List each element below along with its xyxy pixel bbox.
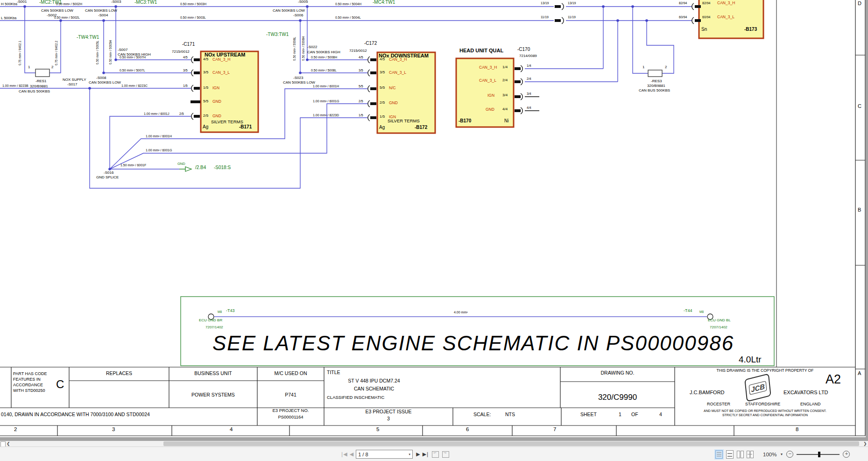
connector-arc-icon bbox=[191, 57, 193, 63]
zoom-slider-handle[interactable] bbox=[818, 452, 820, 457]
schematic-label: 1.00 mm² / 6001G bbox=[146, 149, 172, 152]
connector-stub-icon bbox=[194, 71, 200, 74]
zoom-level-display: 100% bbox=[763, 452, 776, 457]
schematic-label: 4 bbox=[659, 412, 662, 417]
schematic-label: 1.00 mm² / 6001G bbox=[313, 99, 339, 103]
schematic-label: 82/94 bbox=[702, 1, 711, 5]
schematic-label: GND bbox=[177, 162, 185, 166]
resistor-res1 bbox=[35, 69, 49, 77]
next-view-button[interactable]: ↪ bbox=[442, 451, 449, 458]
schematic-label: 60/94 bbox=[679, 15, 687, 19]
schematic-label: 3/5 bbox=[359, 69, 363, 72]
schematic-label: 7207/1402 bbox=[710, 326, 727, 329]
schematic-label: -B173 bbox=[744, 27, 757, 32]
zoom-slider[interactable] bbox=[797, 451, 840, 458]
schematic-label: 0.75 mm² / 8402.1 bbox=[19, 41, 22, 65]
last-page-button[interactable]: ▶❘ bbox=[423, 451, 429, 457]
schematic-label: -S018:S bbox=[214, 165, 231, 170]
junction-dot bbox=[114, 58, 117, 61]
zoom-dropdown-caret-icon[interactable]: ▼ bbox=[780, 453, 783, 456]
schematic-label: 7215/0012 bbox=[172, 50, 190, 54]
scroll-right-arrow[interactable]: ❯ bbox=[863, 441, 867, 447]
schematic-label: 1 bbox=[28, 65, 30, 69]
schematic-label: CAN 500KBS LOW bbox=[89, 81, 121, 85]
schematic-label: ROCESTER bbox=[707, 402, 730, 406]
schematic-label: -MC3:TW1 bbox=[134, 0, 157, 5]
horizontal-scrollbar[interactable]: ❮ ❯ bbox=[0, 441, 868, 447]
schematic-label: 5/5 bbox=[380, 86, 385, 90]
connector-stub-icon bbox=[194, 115, 200, 118]
schematic-label: 3/5 bbox=[203, 71, 208, 74]
zoom-in-button[interactable]: + bbox=[843, 451, 850, 458]
next-page-button[interactable]: ▶ bbox=[416, 451, 419, 457]
schematic-label: SILVER TERMS bbox=[388, 119, 420, 123]
junction-dot bbox=[114, 5, 117, 8]
schematic-label: GND bbox=[389, 101, 398, 105]
schematic-label: SCHEMATIC bbox=[359, 395, 384, 400]
schematic-label: -RES3 bbox=[651, 79, 662, 83]
schematic-label: 0.50 mm² / 5003H bbox=[180, 2, 206, 6]
frame-row-letter: A bbox=[858, 371, 861, 376]
schematic-label: 0.50 mm² / 5002L bbox=[54, 16, 80, 19]
schematic-label: CAN_3_L bbox=[389, 71, 406, 75]
schematic-label: 0.50 mm² / 5007L bbox=[120, 69, 145, 72]
schematic-label: GND SPLICE bbox=[96, 176, 119, 179]
schematic-label: 0.50 mm² / 5007H bbox=[120, 56, 146, 59]
junction-dot bbox=[23, 5, 26, 8]
schematic-label: -S005 bbox=[298, 0, 308, 4]
connector-stub-icon bbox=[515, 80, 521, 83]
schematic-label: E3 PROJECT NO. bbox=[257, 408, 324, 413]
see-latest-note: SEE LATEST ENGINE SCHEMATIC IN PS0000098… bbox=[212, 333, 734, 354]
schematic-label: 2/4 bbox=[502, 78, 508, 82]
schematic-label: 2/5 bbox=[179, 112, 184, 115]
page-indicator: 1 / 8 bbox=[358, 452, 368, 457]
page-dropdown-caret-icon[interactable]: ▼ bbox=[408, 453, 411, 456]
schematic-label: NTS bbox=[505, 412, 515, 417]
schematic-label: 3/5 bbox=[380, 71, 385, 74]
previous-page-button[interactable]: ◀ bbox=[350, 451, 353, 457]
schematic-label: 0.50 mm² / 5008H bbox=[311, 56, 337, 59]
single-page-view-button[interactable] bbox=[715, 450, 723, 459]
viewer-toolbar: ❘◀ ◀ 1 / 8 ▼ ▶ ▶❘ ↩ ↪ 1 bbox=[0, 447, 868, 461]
schematic-label: 4/5 bbox=[183, 56, 188, 59]
schematic-label: M8 bbox=[218, 311, 222, 314]
schematic-label: 0.50 mm² / 5005H bbox=[109, 40, 113, 64]
first-page-button[interactable]: ❘◀ bbox=[340, 451, 346, 457]
schematic-label: Sn bbox=[701, 27, 707, 32]
schematic-label: H 500Kbs bbox=[1, 2, 17, 6]
two-column-view-button[interactable] bbox=[747, 451, 753, 458]
schematic-label: -S007 bbox=[118, 48, 127, 52]
previous-view-button[interactable]: ↩ bbox=[432, 451, 439, 458]
frame-column-number: 3 bbox=[112, 426, 115, 432]
schematic-label: 0.50 mm² / 5006L bbox=[293, 37, 296, 61]
schematic-label: STRICTLY SECRET AND CONFIDENTIAL INFORMA… bbox=[675, 413, 855, 417]
zoom-out-button[interactable]: − bbox=[786, 451, 793, 458]
schematic-label: -B172 bbox=[415, 125, 427, 130]
junction-dot bbox=[306, 58, 309, 61]
scroll-left-arrow[interactable]: ❮ bbox=[7, 441, 10, 447]
scrollbar-thumb[interactable] bbox=[163, 441, 859, 446]
schematic-label: -S016 bbox=[104, 171, 113, 175]
pdf-viewer-window: JCB H 500KbsL 500Kbs-S001-MC2:TW10.50 mm… bbox=[0, 0, 868, 461]
two-page-view-button[interactable] bbox=[737, 451, 743, 458]
schematic-label: PART HAS CODE bbox=[13, 372, 47, 376]
connector-stub-icon bbox=[555, 5, 561, 8]
schematic-label: CAN BUS 500KBS bbox=[19, 90, 50, 93]
schematic-label: -TW4:TW1 bbox=[77, 35, 99, 40]
frame-column-number: 5 bbox=[376, 426, 379, 432]
junction-dot bbox=[108, 168, 111, 170]
schematic-label: 60/94 bbox=[702, 15, 711, 19]
frame-column-number: 8 bbox=[796, 426, 798, 432]
frame-row-letter: B bbox=[858, 207, 861, 213]
page-select-input[interactable]: 1 / 8 ▼ bbox=[356, 450, 413, 459]
schematic-label: 0.50 mm² / 5005L bbox=[96, 41, 99, 64]
schematic-label: POWER SYSTEMS bbox=[169, 392, 257, 397]
connector-arc-icon bbox=[368, 100, 370, 107]
schematic-label: N/C bbox=[389, 86, 396, 90]
one-column-view-button[interactable] bbox=[726, 450, 734, 459]
schematic-label: BUSINESS UNIT bbox=[169, 371, 257, 376]
schematic-label: -S022 bbox=[307, 45, 317, 49]
schematic-label: 0.50 mm² / 5004H bbox=[335, 2, 361, 6]
schematic-label: Ni bbox=[504, 119, 508, 124]
connector-stub-icon bbox=[370, 102, 376, 105]
